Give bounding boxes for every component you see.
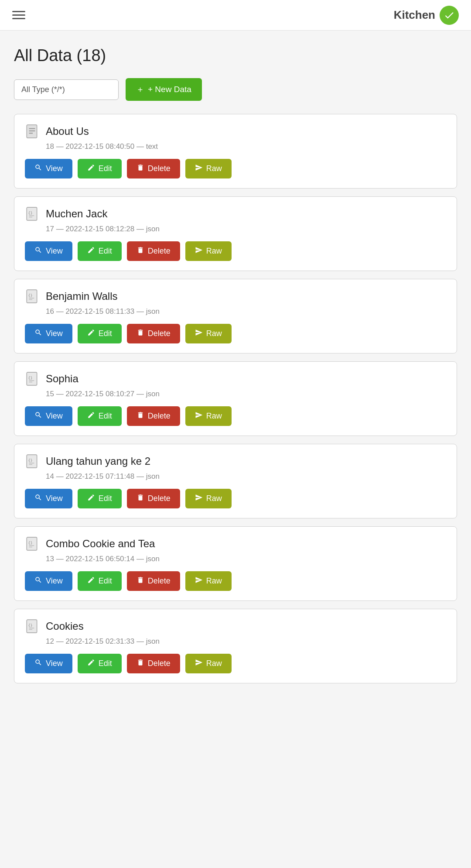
raw-label: Raw (206, 247, 222, 256)
new-data-label: + New Data (148, 85, 191, 94)
trash-icon (137, 411, 144, 421)
send-icon (195, 329, 203, 339)
delete-button[interactable]: Delete (127, 241, 180, 261)
card-actions: View Edit Delete Raw (25, 159, 446, 178)
edit-button[interactable]: Edit (78, 241, 122, 261)
search-icon (34, 494, 42, 504)
card-header: About Us (25, 124, 446, 139)
card-header: {} Benjamin Walls (25, 289, 446, 304)
card-meta: 16 — 2022-12-15 08:11:33 — json (46, 307, 446, 316)
raw-label: Raw (206, 659, 222, 668)
search-icon (34, 576, 42, 586)
delete-button[interactable]: Delete (127, 159, 180, 178)
card-actions: View Edit Delete Raw (25, 241, 446, 261)
raw-label: Raw (206, 494, 222, 503)
card-actions: View Edit Delete Raw (25, 571, 446, 591)
search-icon (34, 246, 42, 256)
view-button[interactable]: View (25, 489, 72, 508)
card-meta: 12 — 2022-12-15 02:31:33 — json (46, 637, 446, 646)
edit-button[interactable]: Edit (78, 324, 122, 343)
svg-text:{}: {} (28, 293, 32, 298)
raw-button[interactable]: Raw (185, 489, 232, 508)
card-actions: View Edit Delete Raw (25, 406, 446, 426)
card-item: {} Benjamin Walls 16 — 2022-12-15 08:11:… (14, 279, 457, 353)
delete-button[interactable]: Delete (127, 571, 180, 591)
delete-button[interactable]: Delete (127, 324, 180, 343)
svg-text:{}: {} (28, 541, 32, 545)
delete-label: Delete (148, 576, 171, 586)
card-meta: 18 — 2022-12-15 08:40:50 — text (46, 142, 446, 151)
type-filter-input[interactable] (14, 79, 119, 100)
raw-button[interactable]: Raw (185, 406, 232, 426)
plus-icon: ＋ (136, 84, 144, 95)
svg-text:{}: {} (28, 211, 32, 215)
edit-icon (87, 659, 95, 669)
raw-label: Raw (206, 576, 222, 586)
edit-label: Edit (99, 329, 112, 338)
edit-button[interactable]: Edit (78, 571, 122, 591)
card-header: {} Cookies (25, 619, 446, 634)
items-list: About Us 18 — 2022-12-15 08:40:50 — text… (14, 114, 457, 683)
card-meta: 17 — 2022-12-15 08:12:28 — json (46, 225, 446, 233)
page-title: All Data (18) (14, 46, 457, 65)
card-actions: View Edit Delete Raw (25, 489, 446, 508)
card-header: {} Muchen Jack (25, 206, 446, 221)
brand: Kitchen (394, 6, 459, 25)
brand-name: Kitchen (394, 8, 435, 22)
view-button[interactable]: View (25, 406, 72, 426)
card-title: Cookies (46, 620, 84, 632)
doc-icon: {} (25, 536, 40, 551)
toolbar: ＋ + New Data (14, 78, 457, 101)
doc-icon: {} (25, 206, 40, 221)
raw-button[interactable]: Raw (185, 654, 232, 673)
delete-button[interactable]: Delete (127, 406, 180, 426)
svg-text:{}: {} (28, 376, 32, 380)
view-button[interactable]: View (25, 159, 72, 178)
view-button[interactable]: View (25, 241, 72, 261)
view-button[interactable]: View (25, 571, 72, 591)
edit-button[interactable]: Edit (78, 489, 122, 508)
view-label: View (46, 329, 63, 338)
view-label: View (46, 576, 63, 586)
search-icon (34, 411, 42, 421)
card-item: {} Muchen Jack 17 — 2022-12-15 08:12:28 … (14, 196, 457, 271)
doc-icon (25, 124, 40, 139)
card-title: Sophia (46, 373, 78, 385)
send-icon (195, 246, 203, 256)
delete-button[interactable]: Delete (127, 654, 180, 673)
raw-button[interactable]: Raw (185, 159, 232, 178)
edit-button[interactable]: Edit (78, 654, 122, 673)
menu-button[interactable] (12, 11, 25, 19)
delete-label: Delete (148, 164, 171, 173)
card-title: Benjamin Walls (46, 290, 118, 302)
raw-button[interactable]: Raw (185, 324, 232, 343)
edit-icon (87, 246, 95, 256)
delete-button[interactable]: Delete (127, 489, 180, 508)
view-button[interactable]: View (25, 654, 72, 673)
trash-icon (137, 576, 144, 586)
doc-icon: {} (25, 454, 40, 469)
card-header: {} Ulang tahun yang ke 2 (25, 454, 446, 469)
edit-button[interactable]: Edit (78, 406, 122, 426)
new-data-button[interactable]: ＋ + New Data (126, 78, 202, 101)
edit-label: Edit (99, 247, 112, 256)
delete-label: Delete (148, 329, 171, 338)
edit-icon (87, 411, 95, 421)
delete-label: Delete (148, 247, 171, 256)
card-meta: 13 — 2022-12-15 06:50:14 — json (46, 555, 446, 563)
edit-button[interactable]: Edit (78, 159, 122, 178)
card-meta: 15 — 2022-12-15 08:10:27 — json (46, 390, 446, 398)
edit-label: Edit (99, 164, 112, 173)
svg-text:{}: {} (28, 623, 32, 628)
raw-button[interactable]: Raw (185, 241, 232, 261)
card-title: Muchen Jack (46, 208, 107, 220)
doc-icon: {} (25, 619, 40, 634)
search-icon (34, 164, 42, 174)
raw-button[interactable]: Raw (185, 571, 232, 591)
doc-icon: {} (25, 289, 40, 304)
trash-icon (137, 659, 144, 669)
send-icon (195, 659, 203, 669)
view-button[interactable]: View (25, 324, 72, 343)
send-icon (195, 576, 203, 586)
view-label: View (46, 247, 63, 256)
